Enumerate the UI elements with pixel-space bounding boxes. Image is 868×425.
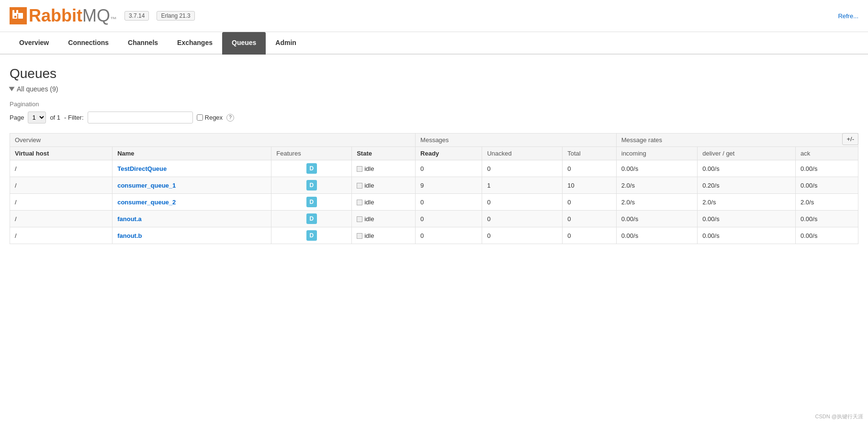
cell-feature: D xyxy=(271,177,352,194)
queue-name-link[interactable]: fanout.a xyxy=(117,215,142,223)
cell-deliver-get: 0.00/s xyxy=(698,227,796,244)
cell-ack: 2.0/s xyxy=(795,194,858,211)
cell-virtual-host: / xyxy=(10,177,113,194)
col-deliver-get: deliver / get xyxy=(698,147,796,160)
svg-rect-1 xyxy=(18,13,23,19)
col-features: Features xyxy=(271,147,352,160)
nav-admin[interactable]: Admin xyxy=(266,32,306,55)
cell-ack: 0.00/s xyxy=(795,227,858,244)
cell-name: consumer_queue_1 xyxy=(113,177,271,194)
logo-rabbit: Rabbit xyxy=(29,6,82,26)
col-name: Name xyxy=(113,147,271,160)
queue-name-link[interactable]: consumer_queue_2 xyxy=(117,199,176,206)
cell-state: idle xyxy=(352,177,416,194)
nav-overview[interactable]: Overview xyxy=(10,32,58,55)
nav-queues[interactable]: Queues xyxy=(222,32,266,55)
table-group-header-row: Overview Messages Message rates xyxy=(10,134,858,147)
pagination-controls: Page 1 of 1 - Filter: Regex ? xyxy=(10,112,858,123)
state-icon xyxy=(357,200,362,205)
rabbitmq-icon xyxy=(10,7,27,24)
cell-ack: 0.00/s xyxy=(795,160,858,177)
all-queues-header[interactable]: All queues (9) xyxy=(10,85,858,93)
header: RabbitMQ™ 3.7.14 Erlang 21.3 Refre... xyxy=(0,0,868,32)
logo: RabbitMQ™ xyxy=(10,6,117,26)
cell-ready: 9 xyxy=(416,177,482,194)
nav-exchanges[interactable]: Exchanges xyxy=(168,32,222,55)
cell-ready: 0 xyxy=(416,194,482,211)
all-queues-label: All queues (9) xyxy=(17,85,58,93)
cell-deliver-get: 0.20/s xyxy=(698,177,796,194)
cell-incoming: 2.0/s xyxy=(616,194,698,211)
cell-virtual-host: / xyxy=(10,194,113,211)
erlang-badge: Erlang 21.3 xyxy=(157,11,194,21)
pagination-label: Pagination xyxy=(10,101,858,108)
page-label: Page xyxy=(10,114,24,121)
cell-unacked: 0 xyxy=(482,160,563,177)
feature-badge-d: D xyxy=(306,213,317,224)
cell-incoming: 0.00/s xyxy=(616,227,698,244)
help-icon[interactable]: ? xyxy=(226,114,234,122)
page-select[interactable]: 1 xyxy=(28,112,46,123)
cell-total: 0 xyxy=(563,227,617,244)
version-badge: 3.7.14 xyxy=(124,11,149,21)
cell-incoming: 0.00/s xyxy=(616,160,698,177)
feature-badge-d: D xyxy=(306,163,317,174)
state-icon xyxy=(357,233,362,239)
cell-feature: D xyxy=(271,160,352,177)
nav-channels[interactable]: Channels xyxy=(118,32,168,55)
rates-group-header: Message rates xyxy=(616,134,858,147)
cell-total: 10 xyxy=(563,177,617,194)
table-body: / TestDirectQueue D idle 0 0 0 0.00/s 0.… xyxy=(10,160,858,244)
cell-total: 0 xyxy=(563,160,617,177)
cell-unacked: 0 xyxy=(482,194,563,211)
cell-feature: D xyxy=(271,194,352,211)
cell-feature: D xyxy=(271,211,352,227)
queues-table-container: +/- Overview Messages Message rates Virt… xyxy=(10,133,858,244)
table-row: / consumer_queue_1 D idle 9 1 10 2.0/s 0… xyxy=(10,177,858,194)
nav-connections[interactable]: Connections xyxy=(58,32,118,55)
regex-label: Regex xyxy=(197,114,223,121)
cell-unacked: 1 xyxy=(482,177,563,194)
cell-state: idle xyxy=(352,227,416,244)
queue-name-link[interactable]: fanout.b xyxy=(117,232,142,239)
cell-virtual-host: / xyxy=(10,160,113,177)
cell-name: TestDirectQueue xyxy=(113,160,271,177)
messages-group-header: Messages xyxy=(416,134,617,147)
cell-name: fanout.b xyxy=(113,227,271,244)
logo-tm: ™ xyxy=(110,15,117,23)
refresh-link[interactable]: Refre... xyxy=(838,12,858,20)
queue-name-link[interactable]: TestDirectQueue xyxy=(117,165,167,172)
cell-incoming: 0.00/s xyxy=(616,211,698,227)
logo-container: RabbitMQ™ 3.7.14 Erlang 21.3 xyxy=(10,6,195,26)
regex-checkbox[interactable] xyxy=(197,114,203,121)
cell-ack: 0.00/s xyxy=(795,177,858,194)
cell-state: idle xyxy=(352,194,416,211)
col-ready: Ready xyxy=(416,147,482,160)
queue-name-link[interactable]: consumer_queue_1 xyxy=(117,182,176,189)
col-unacked: Unacked xyxy=(482,147,563,160)
page-title: Queues xyxy=(10,66,858,81)
rabbit-svg xyxy=(11,9,25,22)
cell-state: idle xyxy=(352,160,416,177)
collapse-icon xyxy=(9,87,15,91)
cell-ready: 0 xyxy=(416,160,482,177)
logo-text: RabbitMQ™ xyxy=(29,6,117,26)
col-virtual-host: Virtual host xyxy=(10,147,113,160)
logo-mq: MQ xyxy=(82,6,110,26)
cell-deliver-get: 0.00/s xyxy=(698,160,796,177)
of-label: of 1 xyxy=(50,114,60,121)
main-nav: Overview Connections Channels Exchanges … xyxy=(0,32,868,55)
main-content: Queues All queues (9) Pagination Page 1 … xyxy=(0,55,868,256)
table-row: / fanout.b D idle 0 0 0 0.00/s 0.00/s 0.… xyxy=(10,227,858,244)
plus-minus-button[interactable]: +/- xyxy=(842,133,858,145)
state-icon xyxy=(357,216,362,222)
queues-table: Overview Messages Message rates Virtual … xyxy=(10,133,858,244)
cell-unacked: 0 xyxy=(482,227,563,244)
table-col-header-row: Virtual host Name Features State Ready U… xyxy=(10,147,858,160)
filter-input[interactable] xyxy=(88,112,193,123)
feature-badge-d: D xyxy=(306,230,317,241)
cell-unacked: 0 xyxy=(482,211,563,227)
cell-ack: 0.00/s xyxy=(795,211,858,227)
col-ack: ack xyxy=(795,147,858,160)
cell-total: 0 xyxy=(563,211,617,227)
